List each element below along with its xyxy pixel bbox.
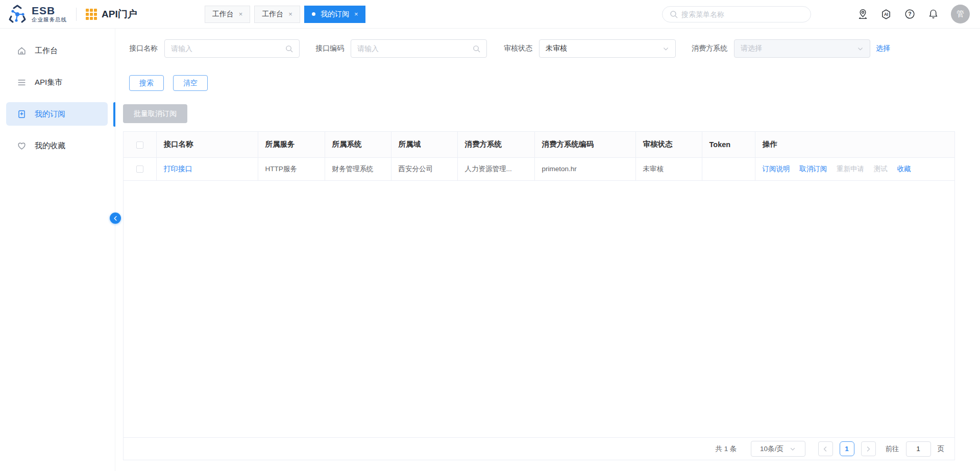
consumer-system-placeholder: 请选择 <box>741 44 762 53</box>
chevron-down-icon <box>857 45 864 52</box>
avatar-text: 管 <box>957 9 964 19</box>
svg-text:AI: AI <box>884 12 888 17</box>
esb-logo: ESB 企业服务总线 <box>7 4 67 25</box>
filter-actions: 搜索 清空 <box>115 58 980 91</box>
goto-label: 前往 <box>886 444 899 454</box>
sidebar-item-label: 我的订阅 <box>35 109 65 119</box>
cell-system: 财务管理系统 <box>325 157 391 180</box>
sidebar-item-label: 我的收藏 <box>35 141 65 151</box>
interface-code-input[interactable] <box>357 44 473 53</box>
cell-service: HTTP服务 <box>258 157 325 180</box>
grid-icon <box>86 9 97 20</box>
user-avatar[interactable]: 管 <box>951 5 970 23</box>
home-icon <box>16 45 27 56</box>
search-icon[interactable] <box>285 45 293 53</box>
cell-token <box>702 157 755 180</box>
batch-toolbar: 批量取消订阅 <box>115 91 980 123</box>
main-content: 接口名称 接口编码 审核状态 未审核 消费方系统 请选择 <box>115 29 980 471</box>
action-reapply: 重新申请 <box>837 165 864 173</box>
tab-workbench-1[interactable]: 工作台 × <box>205 6 251 23</box>
table-empty-space <box>124 181 954 438</box>
batch-unsubscribe-button: 批量取消订阅 <box>123 104 187 123</box>
bookmark-plus-icon <box>16 109 27 119</box>
action-favorite[interactable]: 收藏 <box>897 165 911 173</box>
chevron-down-icon <box>790 446 796 452</box>
row-actions: 订阅说明 取消订阅 重新申请 测试 收藏 <box>755 157 954 180</box>
consumer-system-select: 请选择 <box>734 39 870 58</box>
pagination-bar: 共 1 条 10条/页 1 前往 页 <box>124 437 954 460</box>
page-suffix: 页 <box>938 444 945 454</box>
col-operations: 操作 <box>755 132 954 157</box>
app-header: ESB 企业服务总线 API门户 工作台 × 工作台 × 我的订阅 × <box>0 0 980 29</box>
chevron-left-icon <box>822 446 828 452</box>
col-audit-status: 审核状态 <box>635 132 702 157</box>
tab-label: 工作台 <box>212 10 234 19</box>
table-row: 打印接口 HTTP服务 财务管理系统 西安分公司 人力资源管理... prime… <box>124 157 954 180</box>
search-button[interactable]: 搜索 <box>129 75 164 91</box>
sidebar-item-my-favorites[interactable]: 我的收藏 <box>6 134 108 157</box>
sidebar-item-my-subscriptions[interactable]: 我的订阅 <box>6 102 108 126</box>
help-icon[interactable]: ? <box>904 9 915 20</box>
select-all-checkbox[interactable] <box>136 142 143 149</box>
action-test: 测试 <box>874 165 888 173</box>
audit-status-label: 审核状态 <box>504 44 532 53</box>
menu-search-input[interactable] <box>681 10 803 18</box>
logo-title: ESB <box>32 5 67 16</box>
tab-close-icon[interactable]: × <box>239 10 243 18</box>
col-consumer-code: 消费方系统编码 <box>534 132 635 157</box>
sidebar-item-label: API集市 <box>35 78 62 87</box>
col-domain: 所属域 <box>391 132 457 157</box>
col-token: Token <box>702 132 755 157</box>
col-system: 所属系统 <box>325 132 391 157</box>
page-size-select[interactable]: 10条/页 <box>751 441 805 457</box>
tab-workbench-2[interactable]: 工作台 × <box>254 6 300 23</box>
goto-page-input[interactable] <box>906 441 931 457</box>
tab-close-icon[interactable]: × <box>288 10 292 18</box>
sidebar-item-workbench[interactable]: 工作台 <box>6 39 108 62</box>
interface-code-label: 接口编码 <box>315 44 344 53</box>
prev-page-button <box>818 441 833 456</box>
page-number-1[interactable]: 1 <box>840 441 854 456</box>
cell-consumer: 人力资源管理... <box>457 157 534 180</box>
interface-name-link[interactable]: 打印接口 <box>164 164 192 173</box>
row-checkbox[interactable] <box>136 166 143 173</box>
page-size-value: 10条/页 <box>760 444 783 454</box>
consumer-system-choose-link[interactable]: 选择 <box>876 44 890 53</box>
audit-status-value: 未审核 <box>546 44 567 53</box>
notifications-bell-icon[interactable] <box>927 9 939 20</box>
total-count: 共 1 条 <box>715 444 737 454</box>
menu-search <box>662 6 811 22</box>
audit-status-select[interactable]: 未审核 <box>539 39 676 58</box>
tab-my-subscriptions[interactable]: 我的订阅 × <box>304 6 366 23</box>
svg-text:?: ? <box>908 11 911 17</box>
chevron-down-icon <box>663 45 669 52</box>
next-page-button <box>861 441 876 456</box>
clear-button[interactable]: 清空 <box>173 75 208 91</box>
chevron-right-icon <box>865 446 871 452</box>
subscriptions-table-container: 接口名称 所属服务 所属系统 所属域 消费方系统 消费方系统编码 审核状态 To… <box>123 131 955 460</box>
sidebar-collapse-button[interactable] <box>110 213 121 224</box>
interface-name-field <box>164 39 300 58</box>
cell-status: 未审核 <box>635 157 702 180</box>
consumer-system-label: 消费方系统 <box>692 44 727 53</box>
col-interface-name: 接口名称 <box>156 132 258 157</box>
header-divider <box>76 8 77 21</box>
interface-code-field <box>351 39 487 58</box>
sidebar-item-api-market[interactable]: API集市 <box>6 70 108 94</box>
cell-domain: 西安分公司 <box>391 157 457 180</box>
active-dot <box>312 12 315 16</box>
interface-name-input[interactable] <box>171 44 285 53</box>
search-icon <box>670 10 678 18</box>
esb-logo-icon <box>7 4 28 25</box>
filter-bar: 接口名称 接口编码 审核状态 未审核 消费方系统 请选择 <box>115 29 980 58</box>
action-unsubscribe[interactable]: 取消订阅 <box>799 165 827 173</box>
action-subscription-info[interactable]: 订阅说明 <box>763 165 790 173</box>
search-icon[interactable] <box>473 45 480 53</box>
guide-pin-icon[interactable] <box>857 9 868 20</box>
sidebar-item-label: 工作台 <box>35 46 58 56</box>
ai-assistant-icon[interactable]: AI <box>880 9 892 20</box>
logo-subtitle: 企业服务总线 <box>32 16 67 23</box>
sidebar: 工作台 API集市 我的订阅 我的收藏 <box>0 29 115 471</box>
tab-label: 我的订阅 <box>321 10 349 19</box>
tab-close-icon[interactable]: × <box>354 10 358 18</box>
